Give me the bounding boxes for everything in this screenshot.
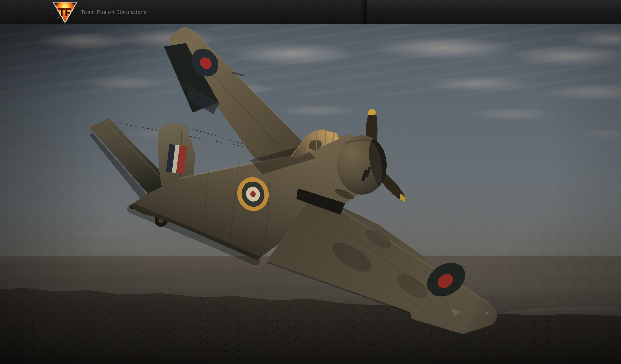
title-bar-seam <box>361 0 367 24</box>
aircraft <box>0 24 621 364</box>
fin-flash <box>166 144 187 174</box>
simulator-viewport[interactable] <box>0 24 621 364</box>
game-window: TF simulations Team Fusion Simulations <box>0 0 621 364</box>
title-bar-right-panel <box>367 0 621 24</box>
title-bar: TF simulations Team Fusion Simulations <box>0 0 621 24</box>
propeller-tip-up <box>368 109 376 115</box>
wingtip-light <box>485 312 488 314</box>
brand-label: Team Fusion Simulations <box>81 9 147 15</box>
